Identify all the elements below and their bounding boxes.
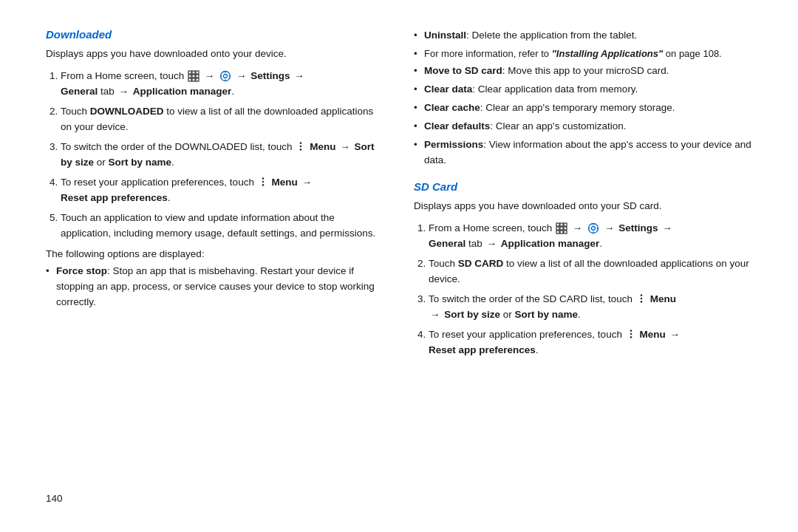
svg-rect-21 xyxy=(556,223,559,226)
bullet-permissions: Permissions: View information about the … xyxy=(414,137,752,168)
menu-icon-sd-step3 xyxy=(636,293,647,304)
left-column: Downloaded Displays apps you have downlo… xyxy=(46,28,384,478)
svg-rect-25 xyxy=(560,227,563,230)
reset-prefs-label: Reset app preferences xyxy=(61,192,168,203)
svg-point-17 xyxy=(300,149,302,151)
svg-rect-1 xyxy=(192,71,195,74)
settings-icon-sd xyxy=(587,222,599,234)
sdcard-step-3: To switch the order of the SD CARD list,… xyxy=(429,292,752,323)
menu-icon-step4 xyxy=(258,177,268,187)
svg-rect-22 xyxy=(560,223,563,226)
page: Downloaded Displays apps you have downlo… xyxy=(0,0,798,532)
svg-rect-27 xyxy=(556,231,559,233)
bullet-force-stop: Force stop: Stop an app that is misbehav… xyxy=(46,264,384,310)
settings-label: Settings xyxy=(250,70,290,81)
svg-rect-8 xyxy=(196,78,199,81)
bullet-clear-data: Clear data: Clear application data from … xyxy=(414,82,752,98)
step-1: From a Home screen, touch xyxy=(61,69,384,100)
svg-rect-4 xyxy=(192,75,195,78)
general-tab-label: General xyxy=(61,86,98,97)
svg-rect-26 xyxy=(564,227,567,230)
svg-rect-6 xyxy=(188,78,191,81)
svg-point-15 xyxy=(300,143,302,145)
bullet-move-sd: Move to SD card: Move this app to your m… xyxy=(414,64,752,79)
bullet-uninstall: Uninstall: Delete the application from t… xyxy=(414,28,752,44)
svg-point-31 xyxy=(592,226,596,230)
grid-icon-sd xyxy=(556,222,567,234)
grid-icon xyxy=(188,70,200,82)
svg-point-19 xyxy=(262,181,264,183)
bullet-clear-cache: Clear cache: Clear an app's temporary me… xyxy=(414,100,752,116)
sdcard-title: SD Card xyxy=(414,180,752,193)
svg-rect-29 xyxy=(564,231,567,233)
step-1-text: From a Home screen, touch xyxy=(61,70,306,97)
sdcard-step-4: To reset your application preferences, t… xyxy=(429,327,752,358)
left-bullet-list: Force stop: Stop an app that is misbehav… xyxy=(46,264,384,310)
svg-rect-23 xyxy=(564,223,567,226)
svg-rect-24 xyxy=(556,227,559,230)
step-5: Touch an application to view and update … xyxy=(61,211,384,242)
menu-icon-sd-step4 xyxy=(626,329,636,339)
svg-point-37 xyxy=(641,298,643,300)
step-2: Touch DOWNLOADED to view a list of all t… xyxy=(61,104,384,135)
bullet-installing-ref: For more information, refer to "Installi… xyxy=(414,47,752,61)
right-column: Uninstall: Delete the application from t… xyxy=(414,28,752,478)
svg-point-20 xyxy=(262,184,264,186)
downloaded-title: Downloaded xyxy=(46,28,384,41)
svg-point-36 xyxy=(641,295,643,297)
step-3: To switch the order of the DOWNLOADED li… xyxy=(61,140,384,171)
svg-point-18 xyxy=(262,178,264,180)
svg-rect-5 xyxy=(196,75,199,78)
svg-rect-0 xyxy=(188,71,191,74)
svg-point-40 xyxy=(630,333,632,335)
bullet-clear-defaults: Clear defaults: Clear an app's customiza… xyxy=(414,119,752,134)
svg-point-41 xyxy=(630,336,632,338)
sdcard-step-2: Touch SD CARD to view a list of all the … xyxy=(429,256,752,287)
step-4: To reset your application preferences, t… xyxy=(61,175,384,206)
right-top-bullets: Uninstall: Delete the application from t… xyxy=(414,28,752,168)
svg-point-10 xyxy=(224,74,228,78)
sub-reference: For more information, refer to "Installi… xyxy=(424,47,752,61)
svg-rect-2 xyxy=(196,71,199,74)
app-manager-label: Application manager xyxy=(133,86,232,97)
svg-rect-28 xyxy=(560,231,563,233)
sdcard-intro: Displays apps you have downloaded onto y… xyxy=(414,199,752,214)
svg-rect-7 xyxy=(192,78,195,81)
page-number: 140 xyxy=(46,478,752,504)
menu-icon-step3 xyxy=(296,141,306,151)
svg-point-16 xyxy=(300,146,302,148)
svg-point-38 xyxy=(641,301,643,303)
sdcard-step-1: From a Home screen, touch → xyxy=(429,221,752,252)
downloaded-intro: Displays apps you have downloaded onto y… xyxy=(46,47,384,61)
svg-rect-3 xyxy=(188,75,191,78)
arrow-2: → xyxy=(236,69,247,84)
settings-icon xyxy=(219,70,231,82)
sdcard-steps: From a Home screen, touch → xyxy=(414,221,752,358)
svg-point-39 xyxy=(630,330,632,332)
following-options-text: The following options are displayed: xyxy=(46,248,384,259)
downloaded-steps: From a Home screen, touch xyxy=(46,69,384,241)
arrow-1: → xyxy=(205,69,215,84)
